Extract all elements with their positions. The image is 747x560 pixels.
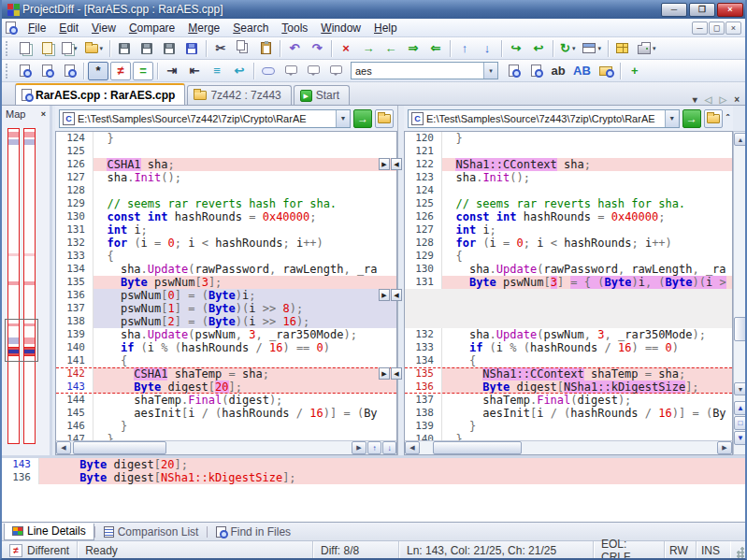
bottom-tab-comparison-list[interactable]: Comparison List (95, 524, 208, 540)
add-comment-button[interactable] (280, 62, 301, 80)
code-line[interactable]: 133 { (56, 250, 396, 263)
code-line[interactable]: 142 CSHA1 shaTemp = sha; (56, 367, 396, 381)
menu-window[interactable]: Window (314, 20, 367, 36)
search-input[interactable]: aes (352, 65, 483, 77)
first-difference-button[interactable]: ↑ (367, 441, 381, 454)
code-line[interactable]: 124 (405, 184, 732, 197)
save-all-button[interactable] (181, 39, 202, 58)
code-line[interactable]: 122 NSha1::CContext sha; (405, 158, 732, 171)
right-browse-button[interactable] (704, 109, 723, 128)
previous-difference-button[interactable]: ← (381, 39, 401, 58)
code-line[interactable]: 141 { (56, 354, 396, 367)
menu-compare[interactable]: Compare (122, 20, 181, 36)
code-line[interactable]: 139 sha.Update(pswNum, 3, _rar350Mode); (56, 328, 396, 341)
tab-start[interactable]: ▶Start (294, 85, 350, 105)
map-overview-right[interactable] (23, 128, 36, 444)
code-gap-row[interactable] (405, 315, 732, 328)
code-line[interactable]: 129 { (405, 250, 732, 263)
map-overview-left[interactable] (7, 128, 20, 444)
copy-to-right-button[interactable]: ↪ (506, 39, 526, 58)
code-line[interactable]: 138 pswNum[2] = (Byte)(i >> 16); (56, 315, 396, 328)
scroll-down-icon[interactable]: ▼ (734, 382, 747, 395)
ignore-blank-lines-button[interactable]: ≡ (207, 62, 227, 80)
cancel-comparison-button[interactable]: × (336, 39, 356, 58)
new-comparison-dropdown[interactable]: ▾ (59, 39, 80, 58)
scrollbar-track[interactable] (420, 441, 717, 454)
recompare-button[interactable]: ↻▾ (557, 39, 578, 58)
title-bar[interactable]: ProjectDiff - [RarAES.cpp : RarAES.cpp] … (0, 0, 747, 19)
previous-difference-nav-button[interactable]: ▲ (734, 401, 747, 415)
code-line[interactable]: 145 aesInit[i / (hashRounds / 16)] = (By (56, 407, 396, 420)
code-line[interactable]: 131 Byte pswNum[3] = { (Byte)i, (Byte)(i… (405, 276, 732, 289)
copy-line-to-right-button[interactable]: ▶ (379, 367, 390, 380)
code-line[interactable]: 125 // seems rar reverts hash for sha. (405, 197, 732, 210)
scrollbar-thumb[interactable] (734, 317, 747, 341)
ignore-indent-button[interactable]: ⇥ (162, 62, 182, 80)
right-path-combobox[interactable]: C E:\Test\Samples\Source\7z443\7zip\Cryp… (408, 109, 680, 128)
report-button[interactable] (612, 39, 633, 58)
sync-scrolling-button[interactable]: + (625, 62, 645, 80)
code-line[interactable]: 121 (405, 145, 732, 158)
code-line[interactable]: 126 const int hashRounds = 0x40000; (405, 210, 732, 223)
code-line[interactable]: 137 pswNum[1] = (Byte)(i >> 8); (56, 302, 396, 315)
scrollbar-thumb[interactable] (433, 441, 522, 454)
code-line[interactable]: 131 int i; (56, 223, 396, 237)
bottom-tab-find-in-files[interactable]: Find in Files (208, 524, 299, 540)
toolbar-grip[interactable] (6, 41, 9, 56)
undo-button[interactable]: ↶ (284, 39, 305, 58)
right-path-dropdown-icon[interactable]: ▼ (665, 110, 679, 127)
code-line[interactable]: 144 shaTemp.Final(digest); (56, 394, 396, 407)
code-line[interactable]: 140 if (i % (hashRounds / 16) == 0) (56, 341, 396, 354)
next-comment-button[interactable] (303, 62, 323, 80)
move-up-button[interactable]: ↑ (454, 39, 475, 58)
menu-tools[interactable]: Tools (275, 20, 314, 36)
code-gap-row[interactable] (405, 289, 732, 302)
menu-help[interactable]: Help (367, 20, 404, 36)
code-line[interactable]: 134 { (405, 354, 732, 367)
code-line[interactable]: 120 } (405, 132, 732, 145)
copy-line-to-right-button[interactable]: ▶ (379, 289, 390, 301)
scroll-tabs-left-button[interactable]: ◁ (705, 94, 712, 105)
code-line[interactable]: 133 if (i % (hashRounds / 16) == 0) (405, 341, 732, 354)
find-comment-button[interactable] (325, 62, 346, 80)
code-line[interactable]: 147 } (56, 433, 396, 440)
code-line[interactable]: 135 Byte pswNum[3]; (56, 276, 396, 289)
copy-line-to-right-button[interactable]: ▶ (379, 158, 390, 170)
cut-button[interactable]: ✂ (210, 39, 231, 58)
scroll-up-icon[interactable]: ▲ (734, 133, 747, 146)
tab-raraes-cpp-raraes-cpp[interactable]: RarAES.cpp : RarAES.cpp (15, 83, 185, 105)
code-line[interactable]: 136 pswNum[0] = (Byte)i; (56, 289, 396, 302)
view-mode-button[interactable]: ▾ (580, 39, 604, 58)
code-line[interactable]: 124 } (56, 132, 396, 145)
code-line[interactable]: 139 } (405, 420, 732, 433)
code-line[interactable]: 123 sha.Init(); (405, 171, 732, 184)
right-code-editor[interactable]: 120 }121 122 NSha1::CContext sha;123 sha… (404, 131, 733, 440)
find-in-files-button[interactable] (596, 62, 616, 80)
ignore-whitespace-button[interactable]: ⇤ (184, 62, 205, 80)
mdi-minimize-button[interactable]: ─ (692, 22, 708, 35)
scroll-left-icon[interactable]: ◀ (56, 441, 71, 454)
code-line[interactable]: 143 Byte digest[20]; (56, 381, 396, 394)
copy-line-to-left-button[interactable]: ◀ (391, 289, 402, 301)
paste-button[interactable] (255, 39, 276, 58)
menu-search[interactable]: Search (226, 20, 275, 36)
code-line[interactable]: 126 CSHA1 sha; (56, 158, 396, 171)
toolbar-grip[interactable] (6, 64, 9, 79)
close-button[interactable]: × (717, 3, 743, 17)
open-right-file-button[interactable] (36, 62, 57, 80)
copy-button[interactable] (233, 39, 253, 58)
resize-grip[interactable] (732, 541, 745, 560)
open-left-file-button[interactable] (14, 62, 35, 80)
left-code-editor[interactable]: 124 }125 126 CSHA1 sha;127 sha.Init();12… (55, 131, 397, 440)
menu-file[interactable]: File (22, 20, 52, 36)
menu-view[interactable]: View (85, 20, 122, 36)
code-line[interactable]: 132 sha.Update(pswNum, 3, _rar350Mode); (405, 328, 732, 341)
scrollbar-thumb[interactable] (73, 441, 166, 454)
code-line[interactable]: 128 for (i = 0; i < hashRounds; i++) (405, 237, 732, 250)
minimize-button[interactable]: ─ (661, 3, 687, 17)
document-system-menu-icon[interactable] (6, 22, 16, 34)
last-difference-button[interactable]: ↓ (382, 441, 396, 454)
new-folder-comparison-button[interactable] (36, 39, 57, 58)
code-gap-row[interactable] (405, 302, 732, 315)
left-go-button[interactable]: → (353, 109, 372, 128)
